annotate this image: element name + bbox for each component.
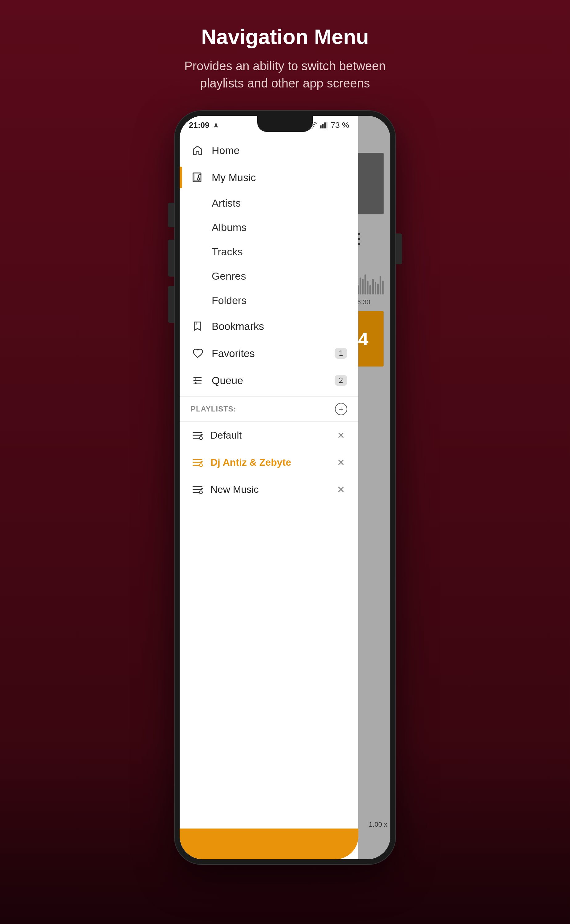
playlist-name-default: Default: [210, 430, 335, 441]
nav-item-queue[interactable]: Queue 2: [179, 367, 359, 394]
submenu-item-albums[interactable]: Albums: [179, 215, 359, 240]
submenu-item-tracks[interactable]: Tracks: [179, 240, 359, 264]
battery-level: 73 %: [331, 121, 349, 130]
favorites-label: Favorites: [211, 347, 255, 360]
svg-point-17: [195, 382, 196, 384]
navigation-drawer: 21:09: [179, 116, 359, 859]
remove-dj-antiz-playlist-button[interactable]: ✕: [335, 456, 347, 469]
svg-point-1: [311, 127, 313, 129]
svg-point-21: [199, 437, 202, 440]
heart-icon: [191, 347, 204, 360]
bookmarks-label: Bookmarks: [211, 320, 264, 332]
playlist-name-new-music: New Music: [210, 484, 335, 495]
phone-frame: 2:06:30 ♩4 1.00 x 21:09: [174, 110, 396, 865]
signal-icon: [320, 122, 328, 129]
music-library-svg: [192, 171, 203, 183]
playlist-svg-default: [192, 429, 203, 441]
playlist-icon-dj-antiz: [191, 456, 204, 469]
nav-item-bookmarks[interactable]: Bookmarks: [179, 313, 359, 340]
svg-line-10: [198, 174, 200, 175]
svg-rect-5: [326, 122, 328, 129]
nav-item-favorites[interactable]: Favorites 1: [179, 340, 359, 367]
phone-screen: 2:06:30 ♩4 1.00 x 21:09: [179, 116, 391, 859]
svg-point-8: [197, 178, 200, 180]
page-title: Navigation Menu: [184, 24, 386, 49]
playlist-item-default[interactable]: Default ✕: [179, 422, 359, 449]
nav-item-home[interactable]: Home: [179, 137, 359, 164]
playback-speed: 1.00 x: [369, 820, 387, 829]
playlist-svg-new-music: [192, 483, 203, 495]
albums-label: Albums: [211, 222, 247, 234]
svg-point-33: [199, 491, 202, 494]
submenu-item-folders[interactable]: Folders: [179, 288, 359, 313]
svg-point-27: [199, 464, 202, 467]
submenu-item-artists[interactable]: Artists: [179, 191, 359, 215]
svg-marker-0: [214, 122, 218, 127]
playlists-header: PLAYLISTS: +: [179, 396, 359, 422]
home-label: Home: [211, 144, 240, 156]
playlist-icon-new-music: [191, 483, 204, 496]
nav-item-my-music[interactable]: My Music: [179, 164, 359, 191]
navigation-icon: [213, 122, 219, 129]
submenu-item-genres[interactable]: Genres: [179, 264, 359, 288]
tracks-label: Tracks: [211, 246, 243, 258]
playlist-svg-dj-antiz: [192, 456, 203, 468]
queue-badge: 2: [335, 375, 347, 386]
active-indicator: [179, 167, 182, 188]
genres-label: Genres: [211, 270, 246, 282]
remove-default-playlist-button[interactable]: ✕: [335, 429, 347, 442]
svg-point-16: [195, 379, 196, 381]
status-icons: 73 %: [308, 121, 349, 130]
add-playlist-button[interactable]: +: [335, 403, 347, 415]
svg-point-15: [195, 377, 196, 379]
playlist-icon-default: [191, 428, 204, 442]
bookmark-icon: [191, 320, 204, 333]
home-svg: [192, 145, 203, 156]
home-icon: [191, 144, 204, 157]
playlist-name-dj-antiz: Dj Antiz & Zebyte: [210, 457, 335, 468]
heart-svg: [192, 348, 203, 359]
bookmark-svg: [192, 321, 203, 332]
queue-svg: [192, 375, 203, 386]
artists-label: Artists: [211, 197, 241, 209]
playlist-item-dj-antiz[interactable]: Dj Antiz & Zebyte ✕: [179, 449, 359, 476]
music-library-icon: [191, 171, 204, 184]
svg-rect-2: [320, 125, 322, 129]
svg-line-29: [201, 461, 202, 462]
status-time: 21:09: [189, 121, 219, 130]
remove-new-music-playlist-button[interactable]: ✕: [335, 483, 347, 496]
page-subtitle: Provides an ability to switch betweenpla…: [184, 57, 386, 92]
favorites-badge: 1: [335, 348, 347, 359]
my-music-label: My Music: [211, 171, 256, 184]
svg-line-23: [201, 434, 202, 435]
playlist-item-new-music[interactable]: New Music ✕: [179, 476, 359, 503]
queue-label: Queue: [211, 375, 243, 387]
phone-notch: [257, 116, 313, 132]
svg-rect-3: [322, 124, 323, 129]
page-header: Navigation Menu Provides an ability to s…: [184, 24, 386, 92]
bottom-orange-bar: [179, 829, 359, 859]
queue-icon: [191, 373, 204, 387]
drawer-menu: Home My Music: [179, 116, 359, 824]
playlists-section-label: PLAYLISTS:: [191, 405, 335, 413]
svg-line-35: [201, 488, 202, 489]
svg-rect-4: [324, 122, 326, 129]
folders-label: Folders: [211, 294, 247, 306]
